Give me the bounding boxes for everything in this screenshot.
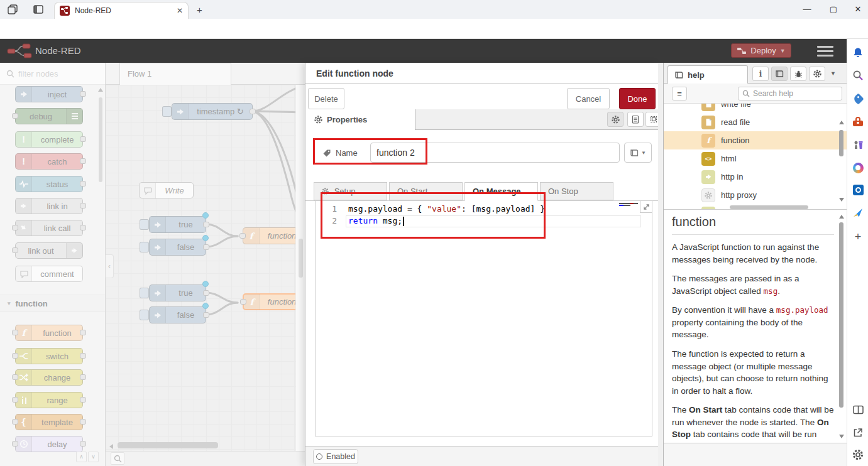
doc-paragraph: By convention it will have a msg.payload… [672,304,834,341]
done-button[interactable]: Done [619,88,656,109]
tab-close-icon[interactable]: ✕ [177,6,183,15]
dialog-footer: Enabled [305,446,659,466]
editor-shade-overlay [0,63,305,466]
sidebar-tab-debug-icon[interactable] [790,67,806,81]
tab-on-start[interactable]: On Start [389,182,463,200]
doc-paragraph: A JavaScript function to run against the… [672,241,834,266]
list-scrollbar-thumb[interactable] [839,130,843,156]
doc-scroll-down-icon[interactable] [839,435,844,438]
html-tags-icon: <> [701,152,715,166]
search-icon[interactable] [852,69,864,82]
sidebar-tab-help-icon[interactable] [771,67,788,81]
gear-icon [701,188,715,202]
tab-on-message[interactable]: On Message [464,182,538,201]
list-scroll-down-icon[interactable] [839,198,844,202]
help-node-list[interactable]: write file read file f function <> html … [664,104,847,209]
function-icon: f [701,134,715,148]
help-doc: function A JavaScript function to run ag… [664,209,847,443]
dialog-title: Edit function node [316,68,393,79]
expand-editor-button[interactable] [640,201,652,213]
drop-icon[interactable] [852,206,864,219]
help-item-read-file[interactable]: read file [664,113,847,131]
help-toc-button[interactable]: ≡ [672,87,687,100]
tab-properties[interactable]: Properties [305,109,415,130]
browser-titlebar: Node-RED ✕ + — ▢ ✕ [0,0,868,19]
tab-setup[interactable]: Setup [314,182,387,200]
split-window-icon[interactable] [852,403,864,416]
bug-icon [794,70,803,78]
editor-minimap [619,203,638,210]
games-chess-icon[interactable] [852,138,864,151]
tab-actions-icon[interactable] [33,4,44,18]
help-search[interactable] [738,87,842,100]
shopping-tag-icon[interactable] [852,92,864,105]
doc-paragraph: The function is expected to return a mes… [672,348,834,397]
tools-toolbox-icon[interactable] [852,116,864,128]
caret-down-icon: ▼ [641,150,646,156]
gear-icon [612,116,620,124]
sidebar-tab-config-icon[interactable] [809,67,825,81]
search-icon [742,90,750,97]
book-icon [630,149,639,157]
window-maximize-button[interactable]: ▢ [827,3,840,16]
brand-title: Node-RED [35,45,81,56]
file-icon [701,104,715,111]
microsoft-365-icon[interactable] [852,161,864,174]
code-line-1: msg.payload = { "value": [msg.payload] } [348,204,545,214]
help-item-html[interactable]: <> html [664,149,847,168]
description-view-button[interactable] [627,112,644,127]
gear-icon [813,70,821,78]
library-dropdown-button[interactable]: ▼ [624,143,652,163]
sidebar-tab-info-icon[interactable]: i [752,67,769,81]
gear-icon [322,188,329,195]
doc-scrollbar-thumb[interactable] [839,222,843,408]
edge-sidebar: + [847,39,868,466]
enabled-state-icon [316,453,322,460]
enabled-toggle-button[interactable]: Enabled [313,449,358,464]
name-field-label: Name [322,148,358,158]
window-minimize-button[interactable]: — [801,3,813,16]
screen: Node-RED ✕ + — ▢ ✕ localhost:1880/#flow/… [0,0,868,466]
help-item-http-proxy[interactable]: http proxy [664,186,847,204]
http-arrow-icon [701,170,715,184]
cancel-button[interactable]: Cancel [567,88,610,109]
name-input[interactable] [370,143,620,163]
window-close-button[interactable]: ✕ [852,3,864,16]
help-item-function-selected[interactable]: f function [664,131,847,149]
list-scroll-up-icon[interactable] [839,121,844,124]
deploy-dropdown-caret[interactable]: ▼ [780,48,786,54]
tab-on-stop[interactable]: On Stop [540,182,613,200]
help-item-write-file[interactable]: write file [664,104,847,113]
main-menu-icon[interactable] [817,46,833,57]
new-tab-button[interactable]: + [197,4,202,15]
open-external-icon[interactable] [852,426,864,439]
book-icon [674,71,683,79]
book-icon [775,70,784,78]
properties-view-button[interactable] [607,112,624,127]
sidebar-more-tabs-caret[interactable]: ▼ [830,70,836,77]
notifications-bell-icon[interactable] [852,46,864,59]
browser-tab[interactable]: Node-RED ✕ [54,2,189,19]
deploy-label: Deploy [750,46,776,55]
outlook-icon[interactable] [852,183,864,196]
document-icon [632,115,639,124]
sidebar-tab-bar: help i ▼ [664,63,847,84]
deploy-button[interactable]: Deploy ▼ [731,43,791,58]
expand-icon [643,203,650,210]
tag-icon [322,149,331,158]
panel-divider[interactable] [658,63,663,466]
doc-paragraph: The On Start tab contains code that will… [672,404,834,443]
doc-scroll-up-icon[interactable] [839,215,844,219]
help-item-http-in[interactable]: http in [664,168,847,186]
sidebar-settings-gear-icon[interactable] [852,448,864,461]
file-icon [701,116,715,129]
tab-help[interactable]: help [667,65,748,84]
doc-title: function [672,215,834,235]
help-footer [664,443,847,466]
workspaces-icon[interactable] [8,4,19,18]
doc-paragraph: The messages are passed in as a JavaScri… [672,273,834,297]
add-sidebar-item-icon[interactable]: + [852,230,864,243]
code-editor[interactable]: 1 2 msg.payload = { "value": [msg.payloa… [315,200,652,436]
delete-button[interactable]: Delete [308,88,344,109]
help-search-input[interactable] [753,89,828,98]
